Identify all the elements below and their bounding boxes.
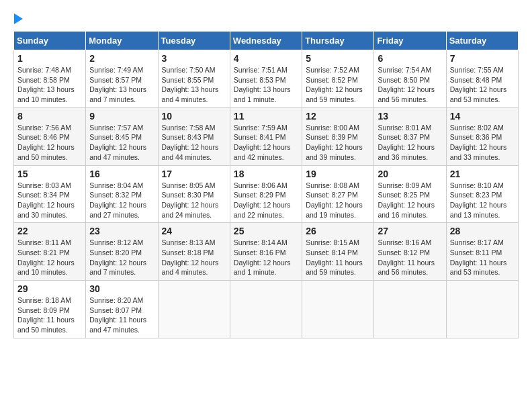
day-number: 17 bbox=[162, 169, 226, 179]
calendar-header-row: SundayMondayTuesdayWednesdayThursdayFrid… bbox=[14, 32, 519, 50]
day-number: 7 bbox=[450, 53, 515, 64]
calendar-day-cell: 28Sunrise: 8:17 AMSunset: 8:11 PMDayligh… bbox=[446, 223, 518, 281]
day-number: 13 bbox=[378, 111, 442, 122]
empty-cell bbox=[374, 281, 446, 338]
calendar-week-row: 15Sunrise: 8:03 AMSunset: 8:34 PMDayligh… bbox=[14, 165, 519, 223]
day-number: 27 bbox=[378, 226, 442, 236]
day-info: Sunrise: 8:20 AMSunset: 8:07 PMDaylight:… bbox=[89, 295, 154, 335]
calendar-day-cell: 19Sunrise: 8:08 AMSunset: 8:27 PMDayligh… bbox=[302, 165, 374, 223]
day-number: 21 bbox=[450, 169, 515, 179]
day-number: 15 bbox=[17, 169, 82, 179]
day-number: 25 bbox=[234, 226, 298, 236]
day-number: 26 bbox=[306, 226, 370, 236]
day-number: 10 bbox=[162, 111, 226, 122]
calendar-day-cell: 8Sunrise: 7:56 AMSunset: 8:46 PMDaylight… bbox=[14, 107, 86, 165]
calendar-week-row: 29Sunrise: 8:18 AMSunset: 8:09 PMDayligh… bbox=[14, 281, 519, 338]
calendar-table: SundayMondayTuesdayWednesdayThursdayFrid… bbox=[13, 31, 519, 338]
day-info: Sunrise: 8:02 AMSunset: 8:36 PMDaylight:… bbox=[450, 123, 515, 163]
empty-cell bbox=[230, 281, 302, 338]
calendar-day-cell: 3Sunrise: 7:50 AMSunset: 8:55 PMDaylight… bbox=[158, 50, 230, 108]
calendar-day-cell: 6Sunrise: 7:54 AMSunset: 8:50 PMDaylight… bbox=[374, 50, 446, 108]
calendar-week-row: 8Sunrise: 7:56 AMSunset: 8:46 PMDaylight… bbox=[14, 107, 519, 165]
day-info: Sunrise: 7:52 AMSunset: 8:52 PMDaylight:… bbox=[306, 65, 370, 105]
empty-cell bbox=[446, 281, 518, 338]
day-number: 9 bbox=[89, 111, 154, 122]
page-header bbox=[13, 13, 519, 24]
day-info: Sunrise: 7:58 AMSunset: 8:43 PMDaylight:… bbox=[162, 123, 226, 163]
calendar-day-cell: 25Sunrise: 8:14 AMSunset: 8:16 PMDayligh… bbox=[230, 223, 302, 281]
day-number: 12 bbox=[306, 111, 370, 122]
day-info: Sunrise: 8:16 AMSunset: 8:12 PMDaylight:… bbox=[378, 238, 442, 277]
calendar-day-cell: 29Sunrise: 8:18 AMSunset: 8:09 PMDayligh… bbox=[14, 281, 86, 338]
day-number: 1 bbox=[17, 53, 82, 64]
calendar-day-cell: 15Sunrise: 8:03 AMSunset: 8:34 PMDayligh… bbox=[14, 165, 86, 223]
day-info: Sunrise: 8:05 AMSunset: 8:30 PMDaylight:… bbox=[162, 181, 226, 220]
day-info: Sunrise: 8:10 AMSunset: 8:23 PMDaylight:… bbox=[450, 181, 515, 220]
calendar-day-cell: 20Sunrise: 8:09 AMSunset: 8:25 PMDayligh… bbox=[374, 165, 446, 223]
calendar-day-cell: 11Sunrise: 7:59 AMSunset: 8:41 PMDayligh… bbox=[230, 107, 302, 165]
day-number: 19 bbox=[306, 169, 370, 179]
day-info: Sunrise: 8:17 AMSunset: 8:11 PMDaylight:… bbox=[450, 238, 515, 277]
calendar-day-cell: 27Sunrise: 8:16 AMSunset: 8:12 PMDayligh… bbox=[374, 223, 446, 281]
day-number: 22 bbox=[17, 226, 82, 236]
day-info: Sunrise: 8:08 AMSunset: 8:27 PMDaylight:… bbox=[306, 181, 370, 220]
day-number: 2 bbox=[89, 53, 154, 64]
day-info: Sunrise: 7:50 AMSunset: 8:55 PMDaylight:… bbox=[162, 65, 226, 105]
calendar-day-cell: 9Sunrise: 7:57 AMSunset: 8:45 PMDaylight… bbox=[86, 107, 158, 165]
day-number: 14 bbox=[450, 111, 515, 122]
calendar-day-cell: 10Sunrise: 7:58 AMSunset: 8:43 PMDayligh… bbox=[158, 107, 230, 165]
day-info: Sunrise: 7:55 AMSunset: 8:48 PMDaylight:… bbox=[450, 65, 515, 105]
day-number: 4 bbox=[234, 53, 298, 64]
calendar-day-cell: 7Sunrise: 7:55 AMSunset: 8:48 PMDaylight… bbox=[446, 50, 518, 108]
day-info: Sunrise: 8:01 AMSunset: 8:37 PMDaylight:… bbox=[378, 123, 442, 163]
weekday-header-saturday: Saturday bbox=[446, 32, 518, 50]
day-info: Sunrise: 7:57 AMSunset: 8:45 PMDaylight:… bbox=[89, 123, 154, 163]
weekday-header-monday: Monday bbox=[86, 32, 158, 50]
day-info: Sunrise: 8:04 AMSunset: 8:32 PMDaylight:… bbox=[89, 181, 154, 220]
weekday-header-wednesday: Wednesday bbox=[230, 32, 302, 50]
calendar-day-cell: 5Sunrise: 7:52 AMSunset: 8:52 PMDaylight… bbox=[302, 50, 374, 108]
day-number: 30 bbox=[89, 283, 154, 294]
day-number: 5 bbox=[306, 53, 370, 64]
calendar-day-cell: 13Sunrise: 8:01 AMSunset: 8:37 PMDayligh… bbox=[374, 107, 446, 165]
calendar-day-cell: 30Sunrise: 8:20 AMSunset: 8:07 PMDayligh… bbox=[86, 281, 158, 338]
day-number: 11 bbox=[234, 111, 298, 122]
calendar-day-cell: 18Sunrise: 8:06 AMSunset: 8:29 PMDayligh… bbox=[230, 165, 302, 223]
day-info: Sunrise: 7:51 AMSunset: 8:53 PMDaylight:… bbox=[234, 65, 298, 105]
day-info: Sunrise: 8:03 AMSunset: 8:34 PMDaylight:… bbox=[17, 181, 82, 220]
calendar-day-cell: 23Sunrise: 8:12 AMSunset: 8:20 PMDayligh… bbox=[86, 223, 158, 281]
calendar-day-cell: 17Sunrise: 8:05 AMSunset: 8:30 PMDayligh… bbox=[158, 165, 230, 223]
day-info: Sunrise: 8:15 AMSunset: 8:14 PMDaylight:… bbox=[306, 238, 370, 277]
weekday-header-tuesday: Tuesday bbox=[158, 32, 230, 50]
day-number: 29 bbox=[17, 283, 82, 294]
calendar-day-cell: 1Sunrise: 7:48 AMSunset: 8:58 PMDaylight… bbox=[14, 50, 86, 108]
weekday-header-thursday: Thursday bbox=[302, 32, 374, 50]
calendar-day-cell: 16Sunrise: 8:04 AMSunset: 8:32 PMDayligh… bbox=[86, 165, 158, 223]
empty-cell bbox=[158, 281, 230, 338]
day-info: Sunrise: 8:12 AMSunset: 8:20 PMDaylight:… bbox=[89, 238, 154, 277]
calendar-day-cell: 21Sunrise: 8:10 AMSunset: 8:23 PMDayligh… bbox=[446, 165, 518, 223]
calendar-day-cell: 26Sunrise: 8:15 AMSunset: 8:14 PMDayligh… bbox=[302, 223, 374, 281]
weekday-header-friday: Friday bbox=[374, 32, 446, 50]
weekday-header-sunday: Sunday bbox=[14, 32, 86, 50]
day-number: 24 bbox=[162, 226, 226, 236]
day-info: Sunrise: 8:14 AMSunset: 8:16 PMDaylight:… bbox=[234, 238, 298, 277]
calendar-day-cell: 4Sunrise: 7:51 AMSunset: 8:53 PMDaylight… bbox=[230, 50, 302, 108]
day-number: 16 bbox=[89, 169, 154, 179]
empty-cell bbox=[302, 281, 374, 338]
day-info: Sunrise: 8:11 AMSunset: 8:21 PMDaylight:… bbox=[17, 238, 82, 277]
day-number: 6 bbox=[378, 53, 442, 64]
day-number: 23 bbox=[89, 226, 154, 236]
day-number: 18 bbox=[234, 169, 298, 179]
calendar-week-row: 1Sunrise: 7:48 AMSunset: 8:58 PMDaylight… bbox=[14, 50, 519, 108]
day-number: 28 bbox=[450, 226, 515, 236]
day-info: Sunrise: 7:59 AMSunset: 8:41 PMDaylight:… bbox=[234, 123, 298, 163]
day-info: Sunrise: 8:00 AMSunset: 8:39 PMDaylight:… bbox=[306, 123, 370, 163]
calendar-day-cell: 14Sunrise: 8:02 AMSunset: 8:36 PMDayligh… bbox=[446, 107, 518, 165]
logo-arrow-icon bbox=[14, 13, 23, 24]
day-number: 20 bbox=[378, 169, 442, 179]
day-number: 3 bbox=[162, 53, 226, 64]
day-info: Sunrise: 7:54 AMSunset: 8:50 PMDaylight:… bbox=[378, 65, 442, 105]
calendar-day-cell: 2Sunrise: 7:49 AMSunset: 8:57 PMDaylight… bbox=[86, 50, 158, 108]
calendar-day-cell: 22Sunrise: 8:11 AMSunset: 8:21 PMDayligh… bbox=[14, 223, 86, 281]
